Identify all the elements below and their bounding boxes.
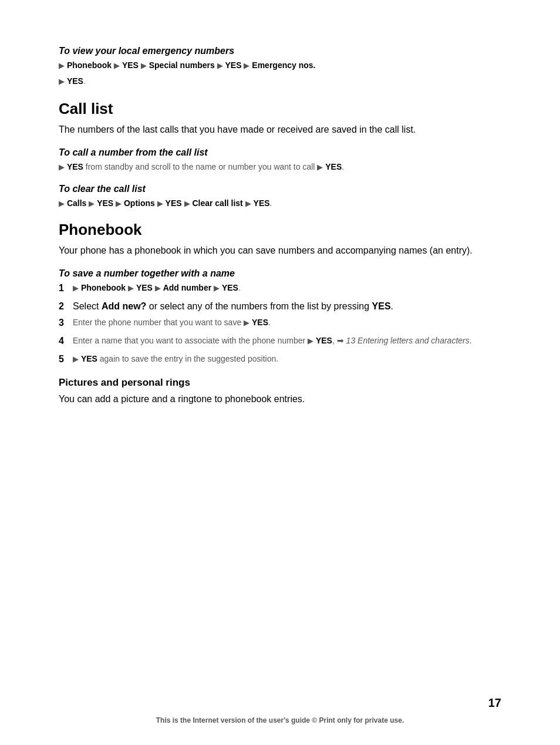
pictures-section: Pictures and personal rings You can add … (59, 377, 501, 406)
save-number-subsection: To save a number together with a name 1 … (59, 268, 501, 368)
phonebook-section: Phonebook Your phone has a phonebook in … (59, 221, 501, 368)
step-4: 4 Enter a name that you want to associat… (59, 334, 501, 350)
clear-list-subsection: To clear the call list ▶ Calls ▶ YES ▶ O… (59, 184, 501, 210)
step-5: 5 ▶ YES again to save the entry in the s… (59, 352, 501, 368)
step-5-num: 5 (59, 352, 73, 366)
footer-text: This is the Internet version of the user… (0, 716, 560, 724)
step-3: 3 Enter the phone number that you want t… (59, 316, 501, 332)
step-3-num: 3 (59, 316, 73, 330)
step-1-num: 1 (59, 281, 73, 295)
step-4-content: Enter a name that you want to associate … (73, 334, 501, 348)
save-number-steps: 1 ▶ Phonebook ▶ YES ▶ Add number ▶ YES. … (59, 281, 501, 368)
pictures-heading: Pictures and personal rings (59, 377, 501, 389)
step-3-content: Enter the phone number that you want to … (73, 316, 501, 329)
step-4-num: 4 (59, 334, 73, 348)
clear-list-heading: To clear the call list (59, 184, 501, 194)
call-list-section: Call list The numbers of the last calls … (59, 100, 501, 211)
phonebook-description: Your phone has a phonebook in which you … (59, 244, 501, 258)
page-number: 17 (488, 696, 501, 710)
clear-list-nav: ▶ Calls ▶ YES ▶ Options ▶ YES ▶ Clear ca… (59, 197, 501, 210)
page-container: To view your local emergency numbers ▶ P… (0, 0, 560, 745)
emergency-section: To view your local emergency numbers ▶ P… (59, 46, 501, 88)
emergency-nav-1: ▶ Phonebook ▶ YES ▶ Special numbers ▶ YE… (59, 59, 501, 72)
step-2: 2 Select Add new? or select any of the n… (59, 299, 501, 313)
step-2-content: Select Add new? or select any of the num… (73, 299, 501, 313)
step-5-content: ▶ YES again to save the entry in the sug… (73, 352, 501, 366)
step-1: 1 ▶ Phonebook ▶ YES ▶ Add number ▶ YES. (59, 281, 501, 297)
phonebook-heading: Phonebook (59, 221, 501, 239)
call-list-heading: Call list (59, 100, 501, 118)
call-list-description: The numbers of the last calls that you h… (59, 123, 501, 137)
step-2-num: 2 (59, 299, 73, 313)
emergency-nav-2: ▶ YES. (59, 75, 501, 88)
pictures-description: You can add a picture and a ringtone to … (59, 392, 501, 406)
step-1-content: ▶ Phonebook ▶ YES ▶ Add number ▶ YES. (73, 281, 501, 295)
emergency-heading: To view your local emergency numbers (59, 46, 501, 56)
call-number-nav: ▶ YES from standby and scroll to the nam… (59, 160, 501, 174)
save-number-heading: To save a number together with a name (59, 268, 501, 279)
call-number-subsection: To call a number from the call list ▶ YE… (59, 147, 501, 174)
call-number-heading: To call a number from the call list (59, 147, 501, 158)
